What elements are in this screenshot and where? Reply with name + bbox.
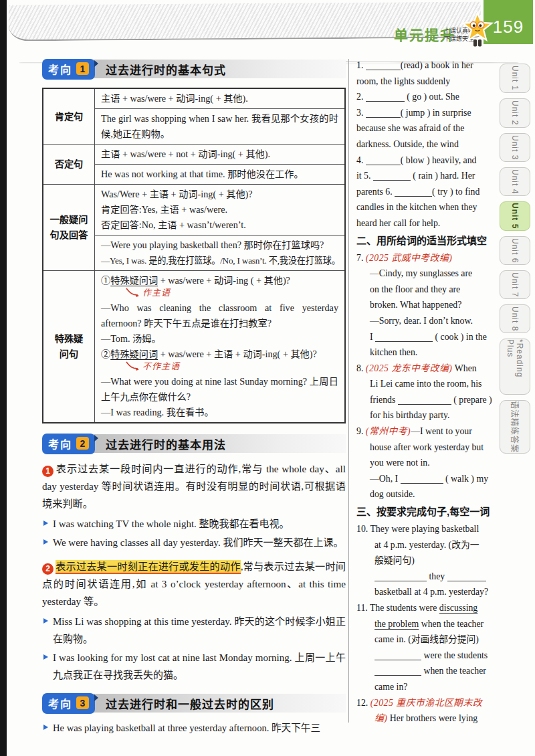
- exercise-line: they: [356, 569, 496, 585]
- text-segment: 3.: [356, 108, 366, 118]
- exercise-line: I ( cook ) in the: [356, 329, 496, 345]
- text-segment: ( walk ) my: [443, 474, 488, 484]
- text-segment: ( jump ) in surprise: [401, 108, 471, 118]
- answer-blank[interactable]: [398, 395, 451, 405]
- tab-unit-8[interactable]: Unit 8: [500, 304, 530, 333]
- answer-blank[interactable]: [374, 666, 421, 676]
- text-segment: candles in the kitchen when they: [356, 202, 477, 212]
- exercise-line: Li Lei came into the room, his: [356, 376, 496, 392]
- text-segment: it 5.: [356, 171, 373, 181]
- answer-blank[interactable]: [366, 156, 401, 165]
- section-title: 过去进行时的基本句式: [106, 61, 226, 78]
- pattern-cell: 主语 + was/were + 动词-ing( + 其他).: [95, 88, 346, 109]
- text-segment: at 4 p.m. yesterday. (改为一: [374, 540, 479, 550]
- text-segment: ( cook ) in the: [433, 332, 487, 342]
- triangle-bullet-icon: [43, 725, 48, 730]
- badge-number: 3: [76, 696, 89, 709]
- usage-point-1: 1表示过去某一段时间内一直进行的动作,常与 the whole day、all …: [42, 460, 346, 512]
- tab-unit-7[interactable]: Unit 7: [500, 270, 530, 299]
- answer-blank[interactable]: [375, 333, 433, 342]
- exercise-line: were the students: [356, 648, 496, 664]
- exercise-line: house after work yesterday but: [356, 440, 496, 456]
- text-segment: you were not in.: [370, 458, 430, 468]
- text-segment: 二、用所给词的适当形式填空: [356, 235, 487, 246]
- exercise-line: 编) Her brothers were lying: [356, 711, 496, 727]
- section-header-1: 考向 1 过去进行时的基本句式: [42, 59, 346, 79]
- answer-blank[interactable]: [366, 92, 405, 102]
- text-segment: for his birthday party.: [370, 410, 449, 420]
- text-segment: were the students: [421, 650, 488, 660]
- tab-unit-4[interactable]: Unit 4: [500, 167, 530, 196]
- text-segment: (2025 武威中考改编): [366, 253, 453, 263]
- usage-point-2: 2表示过去某一时刻正在进行或发生的动作,常与表示过去某一时间点的时间状语连用,如…: [42, 558, 346, 610]
- answer-blank[interactable]: [374, 651, 421, 660]
- text-segment: 11. The students were: [356, 603, 439, 613]
- exercise-line: it 5. ( rain ) hard. Her: [356, 168, 496, 184]
- section-title-bar: 过去进行时的基本用法: [88, 434, 346, 453]
- example-cell: —Were you playing basketball then? 那时你在打…: [95, 235, 346, 271]
- text-segment: 7.: [356, 253, 366, 263]
- section-title: 过去进行时和一般过去时的区别: [106, 695, 274, 712]
- example-bullet: He was playing basketball at three yeste…: [42, 719, 346, 737]
- text-segment: ( go ) out. She: [405, 92, 459, 102]
- text-segment: they: [427, 571, 447, 581]
- answer-blank[interactable]: [401, 474, 443, 484]
- answer-blank[interactable]: [395, 187, 432, 197]
- tab-unit-3[interactable]: Unit 3: [500, 133, 530, 162]
- tab-unit-6[interactable]: Unit 6: [500, 236, 530, 265]
- text-segment: Her brothers were lying: [387, 713, 477, 723]
- section-title: 过去进行时的基本用法: [106, 436, 226, 452]
- text-segment: discussing: [439, 603, 478, 613]
- text-segment: house after work yesterday but: [370, 442, 484, 452]
- text-segment: room, the lights suddenly: [356, 76, 450, 86]
- table-row: 一般疑问 句及回答 Was/Were + 主语 + 动词-ing( + 其他)?…: [43, 185, 345, 235]
- answer-blank[interactable]: [366, 61, 401, 70]
- exercise-line: —Oh, I ( walk ) my: [356, 471, 496, 487]
- triangle-bullet-icon: [43, 618, 48, 624]
- text-segment: dog outside.: [370, 489, 415, 499]
- tab-语法精练答案[interactable]: 语法精练答案: [500, 400, 530, 454]
- example-bullet: We were having classes all day yesterday…: [42, 534, 346, 551]
- exercise-line: —Cindy, my sunglasses are: [356, 266, 496, 282]
- table-row: 特殊疑 问句 ①特殊疑问词 + was/were + 动词-ing ( + 其他…: [43, 271, 345, 423]
- tab-unit-5[interactable]: Unit 5: [500, 201, 530, 231]
- text-segment: 8.: [356, 363, 366, 373]
- text-segment: 9.: [356, 426, 366, 436]
- example-bullet: I was watching TV the whole night. 整晚我都在…: [42, 515, 346, 533]
- exercise-heading: 三、按要求完成句子,每空一词: [356, 503, 496, 521]
- example-line: —I was reading. 我在看书。: [101, 405, 338, 420]
- tab-*reading-plus[interactable]: *Reading Plus: [500, 339, 530, 395]
- text-segment: —Cindy, my sunglasses are: [370, 268, 472, 278]
- exercise-line: because she was afraid of the: [356, 120, 496, 136]
- row-label: 特殊疑 问句: [43, 271, 95, 423]
- section-header-2: 考向 2 过去进行时的基本用法: [42, 434, 346, 454]
- example-line: —What were you doing at nine last Sunday…: [101, 374, 338, 405]
- answer-blank[interactable]: [374, 572, 427, 581]
- tab-unit-1[interactable]: Unit 1: [500, 64, 530, 93]
- exercise-line: 1. (read) a book in her: [356, 58, 496, 74]
- exercise-line: room, the lights suddenly: [356, 74, 496, 90]
- highlighted-text: 表示过去某一时刻正在进行或发生的动作: [56, 560, 241, 574]
- exercise-heading: 二、用所给词的适当形式填空: [356, 232, 496, 250]
- exercise-line: you were not in.: [356, 455, 496, 471]
- text-segment: (2025 龙东中考改编): [366, 363, 453, 373]
- exercise-line: 9. (常州中考)—I went to your: [356, 423, 496, 440]
- text-segment: on the floor and they are: [370, 284, 460, 294]
- tab-unit-2[interactable]: Unit 2: [500, 98, 530, 128]
- answer-blank[interactable]: [447, 572, 486, 581]
- pattern-cell: 主语 + was/were + not + 动词-ing( + 其他).: [95, 145, 346, 165]
- red-number-icon: 1: [42, 466, 54, 477]
- kaoxiang-badge-3: 考向 3: [42, 693, 95, 714]
- answer-blank[interactable]: [373, 171, 411, 181]
- text-segment: ( rain ) hard. Her: [411, 171, 475, 181]
- text-segment: ( blow ) heavily, and: [401, 155, 477, 165]
- row-label: 一般疑问 句及回答: [43, 185, 95, 271]
- grammar-table: 肯定句 主语 + was/were + 动词-ing( + 其他). The g…: [42, 88, 346, 423]
- pattern-line: ②特殊疑问词 + was/were + 主语 + 动词-ing( + 其他)?: [101, 347, 338, 362]
- exercise-line: 3. ( jump ) in surprise: [356, 105, 496, 121]
- section-header-3: 考向 3 过去进行时和一般过去时的区别: [42, 693, 346, 713]
- annotation-note: 不作主语: [125, 361, 338, 374]
- answer-blank[interactable]: [366, 108, 401, 118]
- book-edge-strip: [0, 0, 7, 756]
- unit-tabs: Unit 1Unit 2Unit 3Unit 4Unit 5Unit 6Unit…: [500, 64, 530, 454]
